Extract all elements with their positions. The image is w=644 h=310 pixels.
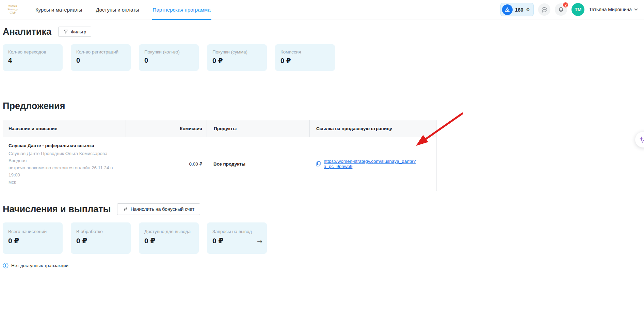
payouts-title: Начисления и выплаты [3,204,111,214]
stat-value: 0 [76,57,125,64]
offer-description-line: Слушая Данте Проводник Ольга Комиссарова… [9,150,117,165]
stat-label: Комиссия [280,49,329,55]
arrow-right-icon[interactable]: → [257,237,262,245]
user-name: Татьяна Мирошина [589,7,632,12]
analytics-title: Аналитика [3,27,51,37]
stat-card-purchases-sum: Покупки (сумма) 0 ₽ [207,44,267,71]
transfer-icon [123,207,128,211]
logo-line: Club [5,11,20,15]
payout-value: 0 ₽ [8,237,57,245]
stat-card-clicks: Кол-во переходов 4 [3,44,63,71]
offer-name-cell: Слушая Данте - реферальная ссылка Слушая… [3,137,126,191]
tab-partner-program[interactable]: Партнерская программа [146,0,218,19]
analytics-cards: Кол-во переходов 4 Кол-во регистраций 0 … [3,44,644,71]
payout-label: Доступно для вывода [144,229,193,234]
payout-value: 0 ₽ [144,237,193,245]
payout-card-processing: В обработке 0 ₽ [71,222,131,254]
column-header-name: Название и описание [3,120,126,137]
user-menu[interactable]: Татьяна Мирошина [589,7,638,12]
analytics-header: Аналитика Фильтр [3,27,644,37]
payout-label: Запросы на вывод [212,229,261,234]
top-navigation: Women Strategy Club Курсы и материалы До… [0,0,644,19]
avatar[interactable]: TM [571,3,584,16]
chat-button[interactable] [538,3,550,16]
payout-label: Всего начислений [8,229,57,234]
gear-icon[interactable]: ⚙ [526,7,530,12]
column-header-commission: Комиссия [126,120,207,137]
offers-table-header: Название и описание Комиссия Продукты Сс… [3,120,436,137]
offer-link-cell: https://women-strategy.com/slushaya_dant… [309,137,436,191]
offer-commission: 0.00 ₽ [126,137,207,191]
offer-products: Все продукты [207,137,309,191]
copy-icon[interactable] [316,161,321,167]
main-tabs: Курсы и материалы Доступы и оплаты Партн… [29,0,218,19]
brand-logo[interactable]: Women Strategy Club [5,4,20,15]
credit-bonus-account-button[interactable]: Начислить на бонусный счет [117,203,200,215]
table-row: Слушая Данте - реферальная ссылка Слушая… [3,137,436,191]
column-header-link: Ссылка на продающую страницу [309,120,436,137]
bonus-points-widget[interactable]: 160 ⚙ [500,3,534,16]
offer-description-line: мск [9,179,117,186]
payouts-header: Начисления и выплаты Начислить на бонусн… [3,203,644,215]
no-transactions-text: Нет доступных транзакций [11,263,68,268]
offer-name: Слушая Данте - реферальная ссылка [9,143,117,148]
stat-card-purchases-count: Покупки (кол-во) 0 [139,44,199,71]
payout-value: 0 ₽ [76,237,125,245]
column-header-products: Продукты [207,120,309,137]
credit-bonus-button-label: Начислить на бонусный счет [131,206,194,212]
filter-funnel-icon [63,29,68,34]
stat-card-registrations: Кол-во регистраций 0 [71,44,131,71]
stat-label: Кол-во переходов [8,49,57,55]
points-value: 160 [515,7,524,13]
offers-table: Название и описание Комиссия Продукты Сс… [3,120,437,191]
payout-card-total: Всего начислений 0 ₽ [3,222,63,254]
stat-label: Кол-во регистраций [76,49,125,55]
referral-link[interactable]: https://women-strategy.com/slushaya_dant… [324,159,436,169]
stat-value: 4 [8,57,57,64]
stat-value: 0 ₽ [212,57,261,65]
notification-count-badge: 2 [562,2,569,8]
tab-label: Курсы и материалы [35,7,82,13]
tab-access-payments[interactable]: Доступы и оплаты [89,0,146,19]
no-transactions-message: Нет доступных транзакций [3,263,644,268]
stat-label: Покупки (сумма) [212,49,261,55]
offers-title: Предложения [3,101,644,111]
payout-card-withdraw-requests: Запросы на вывод 0 ₽ → [207,222,267,254]
nav-right-cluster: 160 ⚙ 2 TM Татьяна Мирошина [500,3,638,16]
chevron-down-icon [634,8,638,11]
payout-card-available: Доступно для вывода 0 ₽ [139,222,199,254]
payout-label: В обработке [76,229,125,234]
stat-value: 0 [144,57,193,64]
tab-label: Доступы и оплаты [96,7,139,13]
notifications-button[interactable]: 2 [555,3,567,16]
sparkles-icon [638,136,644,143]
payouts-cards: Всего начислений 0 ₽ В обработке 0 ₽ Дос… [3,222,644,254]
stat-label: Покупки (кол-во) [144,49,193,55]
filter-button-label: Фильтр [71,29,86,34]
stat-card-commission: Комиссия 0 ₽ [275,44,335,71]
stat-value: 0 ₽ [280,57,329,65]
offer-description-line: встреча-знакомство состоится онлайн 26.1… [9,165,117,179]
info-icon [3,263,9,268]
tab-courses[interactable]: Курсы и материалы [29,0,89,19]
chat-bubble-icon [541,6,548,13]
points-triangle-icon [502,4,513,15]
offer-description: Слушая Данте Проводник Ольга Комиссарова… [9,150,117,186]
payout-value: 0 ₽ [212,237,261,245]
tab-label: Партнерская программа [153,7,211,13]
partner-program-page: Аналитика Фильтр Кол-во переходов 4 Кол-… [0,27,644,268]
filter-button[interactable]: Фильтр [58,27,91,37]
